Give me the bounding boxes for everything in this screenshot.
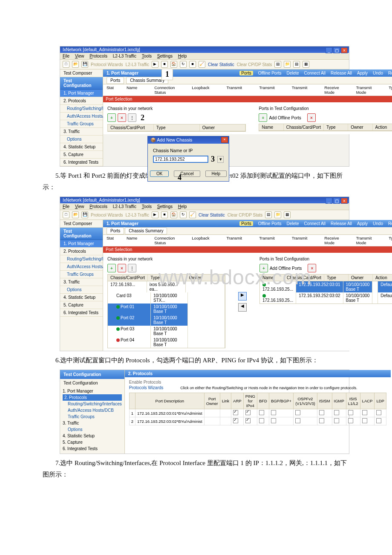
tree-protocols[interactable]: 2. Protocols: [60, 248, 103, 255]
menu-tools[interactable]: Tools: [142, 204, 152, 209]
apply-button[interactable]: Apply: [357, 71, 368, 75]
add-chassis-button[interactable]: +: [107, 264, 116, 272]
grid-icon[interactable]: ▦: [303, 61, 309, 68]
table-row[interactable]: 172.16.193.25...172.16.193.252:03:0210/1…: [260, 292, 392, 304]
stop2-icon[interactable]: ■: [189, 61, 196, 68]
tab-ports[interactable]: Ports: [107, 227, 124, 234]
cell[interactable]: [257, 417, 269, 425]
menu-protocols[interactable]: Protocols: [89, 54, 107, 58]
tree-integrated[interactable]: 6. Integrated Tests: [63, 445, 122, 452]
redo-button[interactable]: Redo: [388, 71, 392, 75]
grid-icon[interactable]: ▦: [284, 211, 291, 218]
remove-port-button[interactable]: ×: [307, 113, 316, 122]
tree-options[interactable]: Options: [60, 136, 103, 143]
offline-ports-button[interactable]: Offline Ports: [258, 71, 282, 75]
tree-traffic[interactable]: 3. Traffic: [60, 128, 103, 136]
remove-chassis-button[interactable]: ×: [118, 113, 126, 122]
tree-tg[interactable]: Traffic Groups: [63, 413, 122, 420]
stop-icon[interactable]: ■: [161, 211, 168, 218]
tree-stat-setup[interactable]: 4. Statistic Setup: [63, 433, 122, 439]
menu-tools[interactable]: Tools: [142, 54, 152, 58]
table-row[interactable]: 172.16.193.25...172.16.193.252:03:0110/1…: [260, 281, 392, 292]
cell[interactable]: [332, 417, 346, 425]
table-row[interactable]: 172.16.193...ixos 5.60.950.7 ea...: [108, 281, 225, 292]
cell[interactable]: [332, 409, 346, 417]
refresh-icon[interactable]: ↻: [180, 211, 187, 218]
cell[interactable]: [231, 417, 244, 425]
connect-all-button[interactable]: Connect All: [304, 71, 326, 75]
table-row[interactable]: Port 0310/100/1000 Base T: [108, 326, 225, 337]
chassis-ip-input[interactable]: [153, 156, 208, 163]
refresh-icon[interactable]: ↻: [180, 61, 187, 68]
menu-traffic[interactable]: L2-L3 Traffic: [113, 204, 136, 209]
clear-statistic[interactable]: Clear Statistic: [208, 62, 234, 67]
release-all-button[interactable]: Release All: [331, 221, 352, 226]
details-button[interactable]: ⋮: [128, 264, 136, 272]
ok-button[interactable]: OK: [150, 171, 169, 177]
new-icon[interactable]: □: [63, 61, 69, 68]
cell[interactable]: 172.16.193.252:03:01*BYu/Administ: [135, 409, 205, 417]
cell[interactable]: [346, 417, 360, 425]
menu-protocols[interactable]: Protocols: [89, 204, 107, 209]
tree-capture[interactable]: 5. Capture: [60, 301, 103, 309]
cell[interactable]: [360, 409, 375, 417]
tree-protocols[interactable]: 2. Protocols: [60, 97, 103, 105]
cell[interactable]: [204, 417, 220, 425]
maximize-icon[interactable]: ▢: [333, 47, 340, 53]
menu-settings[interactable]: Settings: [157, 54, 173, 58]
apply-button[interactable]: Apply: [357, 221, 368, 226]
panel-icon[interactable]: ▤: [293, 61, 300, 68]
panel-icon[interactable]: ▤: [265, 211, 272, 218]
cell[interactable]: [269, 417, 293, 425]
tab-ports[interactable]: Ports: [107, 77, 124, 84]
cell[interactable]: [243, 417, 257, 425]
tree-auth[interactable]: Auth/Access Hosts/DCB: [60, 263, 103, 271]
test-composer[interactable]: Test Composer: [60, 220, 103, 228]
toolbar-l2l3[interactable]: L2-L3 Traffic: [126, 213, 149, 217]
cell[interactable]: [375, 417, 386, 425]
add-offline-ports[interactable]: Add Offline Ports: [270, 266, 302, 271]
menu-file[interactable]: File: [63, 204, 69, 209]
tree-options[interactable]: Options: [63, 426, 122, 433]
cell[interactable]: [204, 409, 220, 417]
remove-chassis-button[interactable]: ×: [118, 264, 126, 272]
tree-auth[interactable]: Auth/Access Hosts/DCB: [63, 407, 122, 413]
cell[interactable]: [317, 409, 332, 417]
tree-stat-setup[interactable]: 4. Statistic Setup: [60, 294, 103, 301]
home-icon[interactable]: 🏠: [170, 61, 177, 68]
cell[interactable]: 172.16.193.252:03:02*BYu/Administ: [135, 417, 205, 425]
move-left-button[interactable]: ◀: [238, 303, 247, 312]
minimize-icon[interactable]: _: [326, 47, 332, 53]
folder-icon[interactable]: 📁: [274, 211, 281, 218]
table-row[interactable]: Port 0210/100/1000 Base T: [108, 315, 225, 326]
undo-button[interactable]: Undo: [373, 221, 383, 226]
cell[interactable]: [294, 417, 317, 425]
cell[interactable]: [346, 409, 360, 417]
tree-tg[interactable]: Traffic Groups: [60, 120, 103, 128]
toolbar-protocol-wizards[interactable]: Protocol Wizards: [91, 213, 123, 217]
cell[interactable]: [294, 409, 317, 417]
open-icon[interactable]: 📂: [72, 211, 79, 218]
toolbar-l2l3[interactable]: L2-L3 Traffic: [126, 62, 149, 67]
eraser-icon[interactable]: 🧹: [199, 61, 205, 68]
table-row[interactable]: Port 0410/100/1000 Base T: [108, 337, 225, 348]
ports-button[interactable]: Ports: [239, 221, 253, 226]
ports-button[interactable]: Ports: [239, 71, 253, 75]
close-icon[interactable]: ×: [221, 137, 228, 143]
save-icon[interactable]: 💾: [81, 211, 88, 218]
open-icon[interactable]: 📂: [72, 61, 79, 68]
cell[interactable]: [231, 409, 244, 417]
clear-cpdp[interactable]: Clear CP/DP Stats: [228, 213, 263, 217]
menu-view[interactable]: View: [75, 54, 84, 58]
play-icon[interactable]: ▶: [152, 61, 159, 68]
cell[interactable]: [317, 417, 332, 425]
cell[interactable]: [269, 409, 293, 417]
release-all-button[interactable]: Release All: [331, 71, 352, 75]
tree-port-manager[interactable]: 1. Port Manager: [63, 388, 122, 394]
move-right-button[interactable]: ▶: [238, 292, 247, 301]
new-icon[interactable]: □: [63, 211, 69, 218]
tree-traffic[interactable]: 3. Traffic: [60, 278, 103, 286]
toolbar-protocol-wizards[interactable]: Protocol Wizards: [91, 62, 123, 67]
tree-rsi[interactable]: Routing/Switching/Interfaces: [60, 255, 103, 263]
clear-statistic[interactable]: Clear Statistic: [199, 213, 225, 217]
